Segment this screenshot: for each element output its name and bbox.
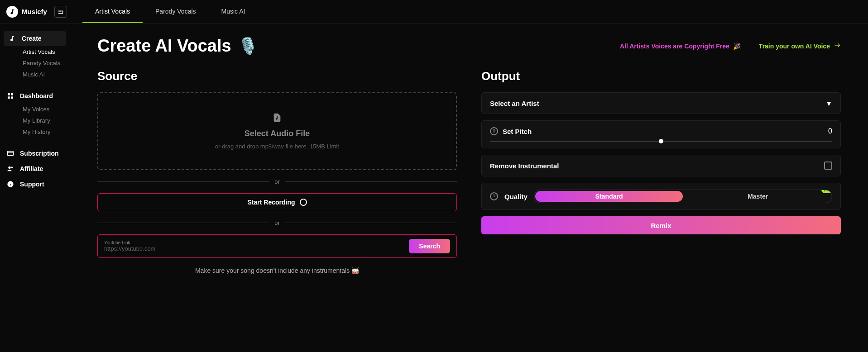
- copyright-free-label: All Artists Voices are Copyright Free: [620, 43, 729, 50]
- remove-instrumental-label: Remove Instrumental: [490, 162, 559, 170]
- svg-point-9: [8, 166, 10, 169]
- quality-label: Quality: [504, 193, 528, 200]
- svg-point-10: [11, 166, 13, 168]
- divider-or: or: [274, 178, 280, 185]
- pro-badge: Pro: [821, 190, 832, 193]
- source-title: Source: [97, 69, 457, 83]
- sidebar-item-my-history[interactable]: My History: [0, 126, 70, 138]
- dropzone-title: Select Audio File: [245, 129, 310, 138]
- sidebar-create-label: Create: [22, 35, 42, 42]
- sidebar-item-my-voices[interactable]: My Voices: [0, 104, 70, 115]
- youtube-label: Youtube Link: [104, 240, 403, 245]
- brand-name: Musicfy: [22, 8, 47, 15]
- record-label: Start Recording: [247, 199, 295, 206]
- credit-card-icon: [6, 149, 14, 157]
- record-icon: [300, 199, 307, 206]
- sidebar-support[interactable]: Support: [0, 176, 70, 192]
- select-artist-dropdown[interactable]: Select an Artist ▼: [490, 99, 832, 107]
- chevron-down-icon: ▼: [825, 100, 832, 107]
- quality-master[interactable]: Master: [684, 190, 832, 203]
- divider-or: or: [274, 219, 280, 226]
- slider-thumb[interactable]: [659, 139, 663, 143]
- svg-rect-6: [11, 96, 13, 99]
- arrow-right-icon: [834, 42, 841, 50]
- page-title: Create AI Vocals: [97, 36, 231, 56]
- search-button[interactable]: Search: [409, 239, 450, 253]
- sidebar-subscription-label: Subscription: [20, 150, 59, 157]
- youtube-link-box: Youtube Link Search: [97, 234, 457, 258]
- instrumental-note: Make sure your song doesn't include any …: [97, 267, 457, 274]
- pitch-slider[interactable]: [490, 141, 832, 142]
- sidebar-dashboard[interactable]: Dashboard: [0, 88, 70, 104]
- svg-rect-3: [8, 93, 10, 95]
- start-recording-button[interactable]: Start Recording: [97, 193, 457, 211]
- select-artist-label: Select an Artist: [490, 100, 539, 107]
- output-title: Output: [481, 69, 841, 83]
- tab-music-ai[interactable]: Music AI: [209, 0, 258, 23]
- logo-icon: [6, 6, 18, 18]
- sidebar-item-music-ai[interactable]: Music AI: [0, 69, 70, 80]
- party-icon: 🎉: [733, 43, 741, 50]
- sidebar-item-parody-vocals[interactable]: Parody Vocals: [0, 57, 70, 69]
- svg-rect-4: [11, 93, 13, 95]
- divider-line: [97, 223, 269, 223]
- sidebar-item-artist-vocals[interactable]: Artist Vocals: [0, 46, 70, 57]
- tab-parody-vocals[interactable]: Parody Vocals: [143, 0, 209, 23]
- info-icon: [6, 180, 14, 188]
- sidebar-subscription[interactable]: Subscription: [0, 146, 70, 161]
- pitch-value: 0: [828, 127, 832, 135]
- file-dropzone[interactable]: Select Audio File or drag and drop mp3/w…: [97, 92, 457, 170]
- divider-line: [285, 181, 457, 182]
- dashboard-icon: [6, 92, 14, 100]
- svg-rect-5: [8, 96, 10, 99]
- divider-line: [97, 181, 269, 182]
- train-voice-label: Train your own AI Voice: [759, 43, 830, 50]
- svg-rect-7: [7, 151, 13, 155]
- music-note-icon: [8, 34, 16, 43]
- quality-standard[interactable]: Standard: [535, 191, 683, 202]
- dropzone-subtitle: or drag and drop mp3/wav file here. 15MB…: [215, 143, 339, 150]
- microphone-icon: 🎙️: [238, 37, 258, 56]
- sidebar-create[interactable]: Create: [4, 31, 66, 46]
- divider-line: [285, 223, 457, 223]
- quality-toggle: Standard Master Pro: [534, 190, 832, 203]
- users-icon: [6, 165, 14, 173]
- train-voice-link[interactable]: Train your own AI Voice: [759, 42, 841, 50]
- remove-instrumental-checkbox[interactable]: [824, 162, 832, 170]
- sidebar-dashboard-label: Dashboard: [20, 92, 53, 100]
- copyright-free-link[interactable]: All Artists Voices are Copyright Free 🎉: [620, 43, 741, 50]
- remix-button[interactable]: Remix: [481, 216, 841, 234]
- sidebar-affiliate[interactable]: Affiliate: [0, 161, 70, 176]
- help-icon[interactable]: ?: [490, 192, 498, 200]
- youtube-input[interactable]: [104, 245, 403, 252]
- tab-artist-vocals[interactable]: Artist Vocals: [82, 0, 143, 23]
- sidebar-support-label: Support: [20, 181, 44, 188]
- sidebar-affiliate-label: Affiliate: [20, 165, 43, 172]
- pitch-label: Set Pitch: [503, 128, 532, 135]
- file-music-icon: [272, 113, 282, 124]
- sidebar-item-my-library[interactable]: My Library: [0, 115, 70, 126]
- help-icon[interactable]: ?: [490, 127, 498, 135]
- menu-toggle-button[interactable]: [54, 6, 67, 18]
